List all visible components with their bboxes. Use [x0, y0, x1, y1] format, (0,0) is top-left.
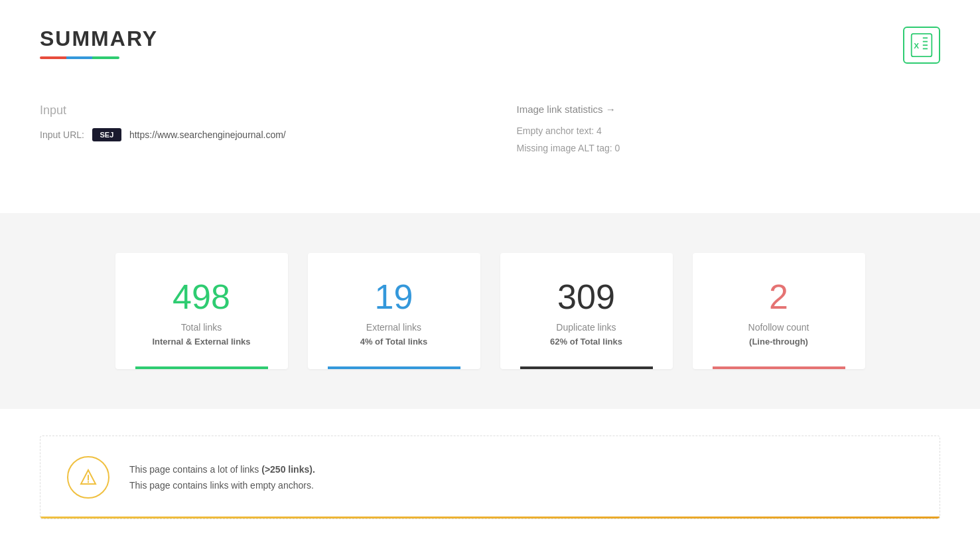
- warning-line-1: This page contains a lot of links (>250 …: [129, 464, 315, 475]
- warning-section: This page contains a lot of links (>250 …: [40, 436, 940, 519]
- card-subtitle-total: Internal & External links: [152, 337, 250, 347]
- missing-alt-stat: Missing image ALT tag: 0: [517, 143, 941, 153]
- image-stats-title[interactable]: Image link statistics →: [517, 104, 941, 115]
- card-subtitle-nofollow: (Line-through): [749, 337, 808, 347]
- empty-anchor-stat: Empty anchor text: 4: [517, 125, 941, 136]
- image-stats-section: Image link statistics → Empty anchor tex…: [464, 104, 941, 160]
- card-title-duplicate: Duplicate links: [556, 322, 616, 333]
- warning-text: This page contains a lot of links (>250 …: [129, 464, 315, 491]
- warning-line-1-bold: (>250 links).: [261, 464, 315, 475]
- url-value: https://www.searchenginejournal.com/: [129, 129, 286, 140]
- section-label: Input: [40, 104, 464, 118]
- warning-line-1-prefix: This page contains a lot of links: [129, 464, 261, 475]
- cards-section: 498 Total links Internal & External link…: [0, 213, 980, 409]
- url-badge: SEJ: [92, 128, 121, 141]
- card-title-nofollow: Nofollow count: [748, 322, 809, 333]
- card-subtitle-external: 4% of Total links: [360, 337, 428, 347]
- title-section: SUMMARY: [40, 27, 158, 59]
- page-title: SUMMARY: [40, 27, 158, 51]
- svg-text:X: X: [914, 41, 919, 50]
- warning-icon-circle: [67, 456, 109, 499]
- card-number-total: 498: [173, 280, 230, 314]
- warning-bottom-bar: [40, 517, 940, 519]
- input-section: Input Input URL: SEJ https://www.searche…: [40, 104, 464, 160]
- svg-point-7: [88, 481, 89, 483]
- card-external-links: 19 External links 4% of Total links: [308, 253, 480, 369]
- export-button[interactable]: X: [903, 27, 940, 64]
- card-bar-total: [135, 366, 268, 369]
- card-bar-external: [328, 366, 460, 369]
- warning-line-2: This page contains links with empty anch…: [129, 480, 315, 491]
- title-underline: [40, 56, 119, 59]
- card-number-external: 19: [375, 280, 413, 314]
- cards-row: 498 Total links Internal & External link…: [13, 253, 967, 369]
- card-number-duplicate: 309: [557, 280, 615, 314]
- card-duplicate-links: 309 Duplicate links 62% of Total links: [500, 253, 673, 369]
- card-bar-duplicate: [520, 366, 653, 369]
- card-total-links: 498 Total links Internal & External link…: [115, 253, 288, 369]
- card-title-external: External links: [366, 322, 421, 333]
- url-label: Input URL:: [40, 129, 84, 140]
- card-number-nofollow: 2: [769, 280, 788, 314]
- warning-icon: [79, 468, 98, 487]
- card-subtitle-duplicate: 62% of Total links: [550, 337, 622, 347]
- card-bar-nofollow: [713, 366, 845, 369]
- card-title-total: Total links: [181, 322, 222, 333]
- card-nofollow: 2 Nofollow count (Line-through): [693, 253, 865, 369]
